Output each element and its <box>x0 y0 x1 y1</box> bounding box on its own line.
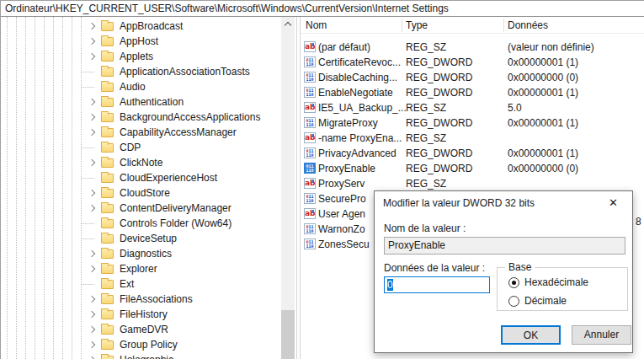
list-header: Nom Type Données <box>301 17 644 34</box>
string-icon: ab <box>304 41 316 52</box>
radio-button-icon[interactable] <box>508 277 519 288</box>
expand-chevron-icon[interactable] <box>88 250 95 257</box>
column-separator[interactable] <box>402 19 402 32</box>
tree-item[interactable]: GameDVR <box>1 322 279 337</box>
value-row[interactable]: 011110MigrateProxyREG_DWORD0x00000001 (1… <box>301 115 644 131</box>
value-name: EnableNegotiate <box>318 87 393 99</box>
tree-item[interactable]: ApplicationAssociationToasts <box>1 64 279 79</box>
expand-chevron-icon[interactable] <box>88 129 95 136</box>
ok-button[interactable]: OK <box>501 325 561 345</box>
value-row[interactable]: 011110EnableNegotiateREG_DWORD0x00000001… <box>301 85 644 100</box>
expand-chevron-icon[interactable] <box>88 99 95 105</box>
expand-chevron-icon[interactable] <box>88 265 95 272</box>
radio-hexadecimal[interactable]: Hexadécimale <box>508 276 588 288</box>
base-groupbox: Base Hexadécimale Décimale <box>497 267 628 311</box>
tree-item[interactable]: AppHost <box>1 34 279 49</box>
expand-chevron-icon[interactable] <box>88 38 95 45</box>
base-groupbox-legend: Base <box>505 261 535 273</box>
value-name: IE5_UA_Backup_... <box>318 102 407 114</box>
column-header-name[interactable]: Nom <box>306 19 327 31</box>
dword-icon: 011110 <box>304 147 316 158</box>
expand-chevron-icon[interactable] <box>88 341 95 348</box>
expand-chevron-icon[interactable] <box>88 190 95 196</box>
value-row[interactable]: 011110DisableCaching...REG_DWORD0x000000… <box>301 70 644 85</box>
dword-icon: 011110 <box>304 56 316 67</box>
tree-item[interactable]: Applets <box>1 49 279 64</box>
value-type: REG_SZ <box>406 41 446 53</box>
expand-chevron-icon[interactable] <box>88 159 95 166</box>
tree-item-label: Audio <box>120 81 146 93</box>
value-data: 0x00000000 (0) <box>508 163 578 174</box>
tree-item[interactable]: Group Policy <box>1 337 279 352</box>
expand-chevron-icon[interactable] <box>88 23 95 29</box>
expand-chevron-icon[interactable] <box>88 311 95 318</box>
chevron-up-icon <box>285 22 291 29</box>
folder-icon <box>101 189 114 198</box>
string-icon: ab <box>304 102 316 113</box>
close-icon[interactable]: ✕ <box>594 191 632 215</box>
value-name: ProxyServ <box>318 178 365 190</box>
tree-item[interactable]: CloudExperienceHost <box>1 170 279 185</box>
cancel-button[interactable]: Annuler <box>572 325 631 345</box>
value-row[interactable]: 011110PrivacyAdvancedREG_DWORD0x00000001… <box>301 146 644 161</box>
dialog-title[interactable]: Modifier la valeur DWORD 32 bits <box>383 197 535 209</box>
tree-item[interactable]: Controls Folder (Wow64) <box>1 216 279 231</box>
expand-chevron-icon[interactable] <box>88 53 95 60</box>
value-name-field[interactable]: ProxyEnable <box>384 237 625 255</box>
tree-item[interactable]: Explorer <box>1 261 279 276</box>
scrollbar-thumb[interactable] <box>281 310 295 359</box>
scroll-up-button[interactable] <box>281 17 295 31</box>
value-data-input[interactable]: 0 <box>384 276 490 293</box>
value-name: SecurePro <box>318 193 366 205</box>
tree-item[interactable]: FileHistory <box>1 307 279 322</box>
expand-chevron-icon[interactable] <box>88 205 95 212</box>
dword-icon: 011110 <box>304 163 316 174</box>
tree-item[interactable]: Diagnostics <box>1 246 279 261</box>
address-bar[interactable]: Ordinateur\HKEY_CURRENT_USER\Software\Mi… <box>1 0 644 17</box>
value-row[interactable]: 011110ProxyEnableREG_DWORD0x00000000 (0) <box>301 161 644 176</box>
value-name: (par défaut) <box>318 41 370 53</box>
radio-decimal[interactable]: Décimale <box>508 295 567 307</box>
value-data: 5.0 <box>508 102 522 114</box>
value-data: 0x00000001 (1) <box>508 147 578 159</box>
value-row[interactable]: ab(par défaut)REG_SZ(valeur non définie) <box>301 40 644 55</box>
dword-icon: 011110 <box>304 87 316 98</box>
value-type: REG_DWORD <box>406 87 472 99</box>
folder-icon <box>101 219 114 228</box>
value-name-label: Nom de la valeur : <box>384 222 466 234</box>
expand-chevron-icon[interactable] <box>88 114 95 121</box>
value-row[interactable]: abIE5_UA_Backup_...REG_SZ5.0 <box>301 100 644 115</box>
tree-item[interactable]: Authentication <box>1 94 279 110</box>
value-name: CertificateRevoc... <box>318 56 401 68</box>
tree-item[interactable]: DeviceSetup <box>1 231 279 246</box>
tree-item-label: CapabilityAccessManager <box>120 126 237 138</box>
tree-item[interactable]: Ext <box>1 276 279 292</box>
column-separator[interactable] <box>503 19 504 32</box>
value-name: ProxyEnable <box>318 163 375 174</box>
value-name: ZonesSecu <box>318 238 370 250</box>
tree-item[interactable]: Holographic <box>1 352 279 359</box>
tree-item[interactable]: BackgroundAccessApplications <box>1 110 279 125</box>
expand-chevron-icon[interactable] <box>88 326 95 333</box>
value-row[interactable]: ab-name ProxyEna...REG_SZ <box>301 131 644 146</box>
value-row[interactable]: abProxyServREG_SZ <box>301 176 644 191</box>
tree-item[interactable]: Audio <box>1 79 279 94</box>
expand-chevron-icon[interactable] <box>88 296 95 303</box>
value-data: 0x00000001 (1) <box>508 87 578 99</box>
tree-item-label: BackgroundAccessApplications <box>120 111 260 123</box>
value-row[interactable]: 011110CertificateRevoc...REG_DWORD0x0000… <box>301 55 644 70</box>
column-header-type[interactable]: Type <box>406 19 428 31</box>
tree-item[interactable]: ClickNote <box>1 155 279 170</box>
tree-item-label: CDP <box>120 142 141 153</box>
tree-item[interactable]: CDP <box>1 140 279 155</box>
tree-item[interactable]: AppBroadcast <box>1 19 279 34</box>
tree-scrollbar[interactable] <box>281 17 295 359</box>
folder-icon <box>101 174 114 183</box>
tree-item[interactable]: ContentDeliveryManager <box>1 201 279 216</box>
tree-item[interactable]: CapabilityAccessManager <box>1 125 279 140</box>
tree-item[interactable]: CloudStore <box>1 185 279 201</box>
folder-icon <box>101 128 114 137</box>
radio-button-icon[interactable] <box>508 296 519 307</box>
tree-item[interactable]: FileAssociations <box>1 292 279 307</box>
column-header-data[interactable]: Données <box>508 19 548 31</box>
